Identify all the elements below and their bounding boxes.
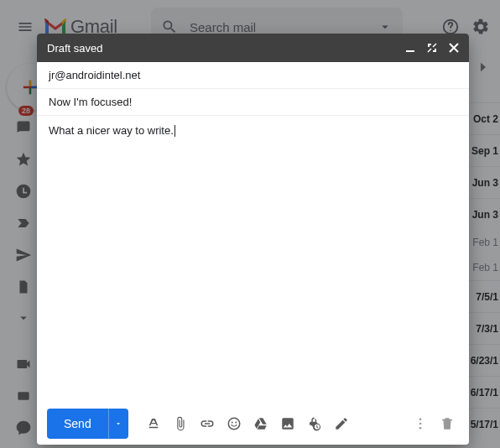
image-icon <box>280 416 295 431</box>
link-icon <box>200 416 215 431</box>
svg-point-8 <box>419 418 422 420</box>
body-field[interactable]: What a nicer way to write. <box>37 116 469 403</box>
compose-title: Draft saved <box>47 42 102 55</box>
send-button-group: Send <box>47 409 128 439</box>
minimize-icon <box>405 43 415 53</box>
formatting-button[interactable] <box>142 412 165 435</box>
svg-point-6 <box>232 422 233 424</box>
compose-header[interactable]: Draft saved <box>37 34 469 62</box>
photo-button[interactable] <box>276 412 299 435</box>
close-icon <box>449 43 459 53</box>
svg-rect-4 <box>406 50 414 52</box>
signature-button[interactable] <box>330 412 353 435</box>
subject-value: Now I'm focused! <box>49 96 132 108</box>
subject-field[interactable]: Now I'm focused! <box>37 89 469 116</box>
more-vert-icon <box>413 416 428 431</box>
fullscreen-exit-button[interactable] <box>427 43 437 53</box>
attach-button[interactable] <box>169 412 192 435</box>
confidential-button[interactable] <box>303 412 326 435</box>
emoji-icon <box>227 416 242 431</box>
more-options-button[interactable] <box>409 412 432 435</box>
svg-point-7 <box>235 422 237 424</box>
lock-clock-icon <box>307 416 322 431</box>
trash-icon <box>440 416 455 431</box>
body-text: What a nicer way to write. <box>49 124 174 137</box>
text-format-icon <box>146 416 161 431</box>
text-cursor <box>174 125 175 137</box>
caret-down-icon <box>114 419 122 428</box>
to-field[interactable]: jr@androidintel.net <box>37 62 469 89</box>
send-options-button[interactable] <box>108 409 128 439</box>
compose-window: Draft saved jr@androidintel.net Now I'm … <box>37 34 469 445</box>
send-button[interactable]: Send <box>47 409 108 439</box>
emoji-button[interactable] <box>222 412 246 435</box>
pen-icon <box>334 416 349 431</box>
svg-point-9 <box>419 423 422 425</box>
paperclip-icon <box>173 416 188 431</box>
compose-toolbar: Send <box>37 403 469 445</box>
fullscreen-exit-icon <box>427 43 437 53</box>
link-button[interactable] <box>195 412 219 435</box>
discard-button[interactable] <box>435 412 459 435</box>
svg-point-5 <box>228 418 240 430</box>
minimize-button[interactable] <box>405 43 415 53</box>
close-button[interactable] <box>449 43 459 53</box>
to-value: jr@androidintel.net <box>49 69 140 81</box>
svg-point-10 <box>419 427 422 430</box>
drive-icon <box>253 416 268 431</box>
drive-button[interactable] <box>249 412 273 435</box>
